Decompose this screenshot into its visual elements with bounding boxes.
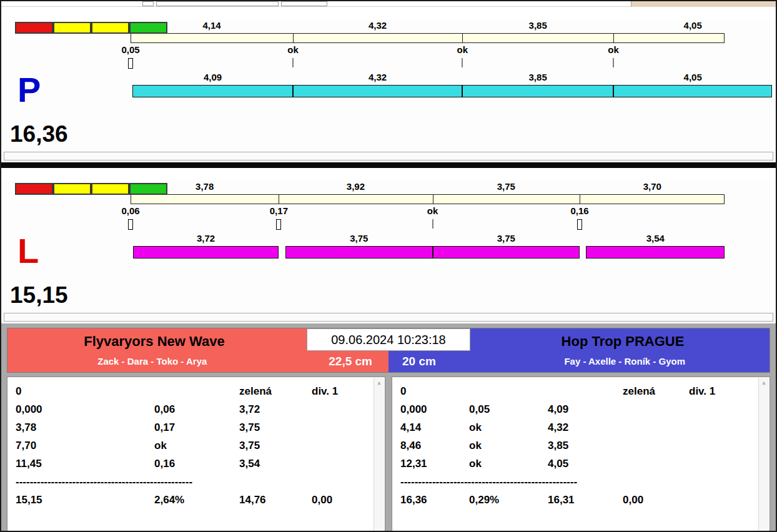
team-left-results-panel: 0zelenádiv. 1 0,0000,063,72 3,780,173,75… [7, 377, 385, 532]
run-bar [131, 85, 774, 97]
team-right-dogs: Fay - Axelle - Roník - Gyom [480, 356, 770, 367]
cell: 4,14 [400, 418, 469, 436]
interval-time: 3,85 [529, 20, 547, 31]
cell: 0,00 [312, 491, 380, 509]
right-results-scrollbar[interactable]: ▲ ▼ [758, 378, 769, 532]
scoreboard-section: Flyvaryors New Wave Zack - Dara - Toko -… [1, 323, 776, 532]
cell: 3,75 [239, 436, 312, 455]
cell [689, 455, 756, 473]
window-fragment [281, 1, 327, 6]
changeover-mark [276, 219, 281, 230]
window-fragment [156, 1, 279, 6]
interval-segment [294, 34, 463, 42]
changeover-mark [292, 58, 293, 67]
cell: 3,72 [239, 400, 312, 418]
cell: 0 [16, 382, 154, 400]
cell [548, 382, 623, 400]
changeover-value: ok [608, 44, 619, 55]
cell [469, 382, 548, 400]
changeover-value: ok [457, 44, 468, 55]
lane-footer-strip [4, 313, 773, 322]
lane-bars: 3,78 3,92 3,75 3,70 0,06 0,17 [131, 181, 774, 259]
changeover-row: 0,06 0,17 ok 0,16 [131, 204, 725, 233]
summary-row: 15,152,64%14,760,00 [16, 491, 371, 509]
cell: 8,46 [400, 436, 469, 455]
start-lights [15, 183, 167, 195]
dog-times-row: 3,72 3,75 3,75 3,54 [131, 233, 725, 246]
lane-total-time: 15,15 [10, 282, 68, 308]
changeover-value: ok [287, 44, 299, 55]
interval-times-row: 3,78 3,92 3,75 3,70 [131, 181, 725, 194]
lane-panel-p: 4,14 4,32 3,85 4,05 0,05 ok [1, 20, 776, 162]
cell [312, 400, 380, 418]
result-row: 12,31ok4,05 [400, 455, 756, 473]
left-results-scrollbar[interactable]: ▲ ▼ [374, 378, 384, 532]
changeover-mark [128, 58, 133, 69]
cell: 0,05 [469, 400, 548, 418]
dog-run-segment [586, 246, 725, 259]
cell: 3,85 [548, 436, 623, 455]
team-right-results-panel: 0zelenádiv. 1 0,0000,054,09 4,14ok4,32 8… [392, 377, 770, 532]
cell: 16,36 [400, 491, 469, 509]
interval-time: 3,92 [347, 181, 365, 192]
dog-time: 4,05 [684, 72, 702, 83]
cell [154, 382, 239, 400]
light-green-icon [129, 22, 167, 34]
interval-segment [580, 195, 725, 204]
cell: ok [154, 436, 239, 455]
scroll-up-icon[interactable]: ▲ [761, 378, 767, 388]
cell: 14,76 [239, 491, 312, 509]
start-lights [15, 22, 167, 34]
dog-time: 3,54 [646, 233, 665, 244]
cell: 4,05 [548, 455, 623, 473]
team-right-subrow: 20 cm Fay - Axelle - Roník - Gyom [388, 352, 770, 373]
dog-run-segment [613, 85, 772, 97]
cell: 0 [400, 382, 469, 400]
cell: div. 1 [312, 382, 380, 400]
dog-run-segment [293, 85, 462, 97]
flyball-timing-window: 4,14 4,32 3,85 4,05 0,05 ok [0, 0, 777, 532]
lane-panel-l: 3,78 3,92 3,75 3,70 0,06 0,17 [1, 181, 776, 323]
light-yellow-icon [53, 22, 91, 34]
lane-letter: P [17, 72, 41, 107]
interval-segment [463, 34, 614, 42]
team-left-results-grid: 0zelenádiv. 1 0,0000,063,72 3,780,173,75… [16, 382, 371, 509]
window-fragment [631, 1, 776, 7]
dog-run-segment [433, 246, 580, 259]
timestamp: 09.06.2024 10:23:18 [307, 328, 470, 351]
cell [689, 491, 756, 509]
result-row: 3,780,173,75 [16, 418, 371, 436]
cell: 0,000 [400, 400, 469, 418]
cell [312, 455, 380, 473]
cell [312, 418, 380, 436]
cell: 11,45 [16, 455, 154, 473]
interval-segment [279, 195, 433, 204]
cell: zelená [623, 382, 689, 400]
cell: 0,06 [154, 400, 239, 418]
changeover-mark [128, 219, 133, 230]
changeover-mark [432, 219, 433, 229]
dog-run-segment [285, 246, 433, 259]
interval-time: 3,78 [195, 181, 214, 192]
result-row: 11,450,163,54 [16, 455, 371, 473]
interval-time: 4,32 [369, 20, 387, 31]
cell: 3,78 [16, 418, 154, 436]
scroll-up-icon[interactable]: ▲ [377, 378, 382, 388]
separator-row: ----------------------------------------… [16, 473, 371, 491]
cell: 4,32 [548, 418, 623, 436]
cell: 0,29% [469, 491, 548, 509]
interval-bar [131, 33, 725, 43]
light-red-icon [15, 183, 53, 195]
team-left-dogs: Zack - Dara - Toko - Arya [7, 356, 297, 367]
cell: 0,00 [623, 491, 689, 509]
summary-row: 16,360,29%16,310,00 [400, 491, 756, 509]
cell [623, 455, 689, 473]
changeover-value: 0,06 [121, 205, 139, 216]
changeover-value: 0,17 [270, 205, 288, 216]
light-yellow-icon [91, 183, 129, 195]
run-bar [131, 246, 774, 259]
window-fragment [142, 1, 154, 6]
team-left-subrow: Zack - Dara - Toko - Arya 22,5 cm [7, 352, 388, 373]
team-right-jump-height: 20 cm [402, 355, 436, 368]
interval-time: 4,14 [202, 20, 220, 31]
